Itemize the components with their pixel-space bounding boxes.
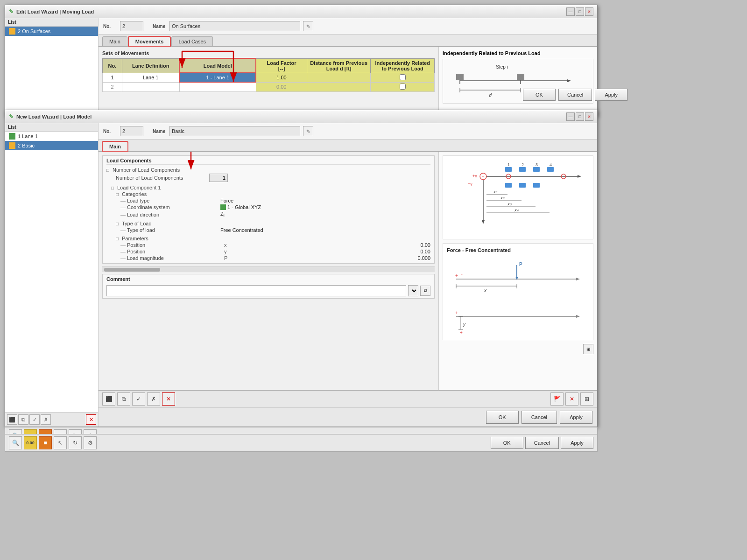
expand-toggle-cat[interactable]: □ <box>116 192 120 197</box>
comment-dropdown[interactable] <box>408 285 418 296</box>
app-container: ✎ Edit Load Wizard | Moving Load — □ ✕ L… <box>0 0 747 560</box>
cell-no-2: 2 <box>103 82 122 91</box>
table-row[interactable]: 2 0.00 <box>103 82 435 91</box>
tab-movements[interactable]: Movements <box>128 36 171 46</box>
position-x-row: — Position x 0.00 <box>120 242 430 248</box>
btn1-yellow-box[interactable]: ■ <box>39 436 52 449</box>
sidebar-item-basic[interactable]: 2 Basic <box>5 141 98 150</box>
tab-main-1[interactable]: Main <box>102 36 127 46</box>
name-input-2[interactable] <box>169 126 300 136</box>
sidebar-1: List 2 On Surfaces <box>5 18 99 116</box>
axle-svg: 1 2 3 4 +x <box>447 160 587 234</box>
expand-toggle-param[interactable]: □ <box>116 236 120 241</box>
no-input-2[interactable] <box>120 126 143 136</box>
cell-model-1[interactable]: 1 - Lane 1 <box>179 73 256 82</box>
cancel-btn-1[interactable]: Cancel <box>558 89 592 101</box>
num-components-input[interactable] <box>209 174 228 182</box>
num-components-row: Number of Load Components <box>116 173 430 182</box>
sidebar-item-on-surfaces[interactable]: 2 On Surfaces <box>5 27 98 36</box>
svg-marker-52 <box>576 278 580 280</box>
ok-btn-1b[interactable]: OK <box>491 437 523 449</box>
cancel-btn-2[interactable]: Cancel <box>521 411 557 424</box>
expand-toggle-type[interactable]: □ <box>116 221 120 226</box>
bt-red-x-btn[interactable]: ✕ <box>565 392 578 406</box>
content-left-1: Sets of Movements No. Lane Definition Lo… <box>99 47 438 116</box>
ok-btn-1[interactable]: OK <box>523 89 556 101</box>
bottom-toolbar-1-outer: 🔍 0.00 ■ ↖ ↻ ⚙ OK Cancel Apply <box>5 434 598 452</box>
svg-text:+: + <box>455 310 458 315</box>
name-input-1[interactable] <box>169 21 300 31</box>
scroll-thumb[interactable] <box>104 268 160 272</box>
pos-y-sub: y <box>224 249 227 254</box>
name-edit-btn-2[interactable]: ✎ <box>303 126 313 136</box>
expand-toggle-num[interactable]: □ <box>106 168 111 173</box>
svg-marker-29 <box>578 175 581 178</box>
load-mag-value: 0.000 <box>417 255 430 261</box>
btn1-value[interactable]: 0.00 <box>24 436 37 449</box>
no-label-1: No. <box>103 24 117 29</box>
no-input-1[interactable] <box>120 21 143 31</box>
comment-copy-btn[interactable]: ⧉ <box>420 286 430 296</box>
bt-delete-btn[interactable]: ✕ <box>162 392 175 406</box>
apply-btn-1b[interactable]: Apply <box>561 437 593 449</box>
bt-flag-btn[interactable]: 🚩 <box>550 392 564 406</box>
svg-text:x₁: x₁ <box>493 189 498 194</box>
bt-grid-btn[interactable]: ⊞ <box>580 392 593 406</box>
btn1-rotate[interactable]: ↻ <box>69 436 82 449</box>
cell-factor-1: 1.00 <box>256 73 307 82</box>
table-row[interactable]: 1 Lane 1 1 - Lane 1 1.00 <box>103 73 435 82</box>
apply-btn-2[interactable]: Apply <box>560 411 592 424</box>
minimize-btn-1[interactable]: — <box>566 7 575 16</box>
bt-cross-btn[interactable]: ✗ <box>147 392 160 406</box>
load-type-row: — Load type Force <box>120 197 430 204</box>
indep-check-2[interactable] <box>400 84 406 90</box>
cell-no-1: 1 <box>103 73 122 82</box>
copy-btn-2[interactable]: ⧉ <box>18 414 28 425</box>
apply-btn-1[interactable]: Apply <box>595 89 627 101</box>
cross-btn-2[interactable]: ✗ <box>41 414 51 425</box>
svg-rect-35 <box>505 183 512 188</box>
sidebar-2-footer: ⬛ ⧉ ✓ ✗ ✕ <box>5 412 98 427</box>
tabs-row-1: Main Movements Load Cases <box>99 35 597 47</box>
bt-check-btn[interactable]: ✓ <box>132 392 145 406</box>
minimize-btn-2[interactable]: — <box>566 112 575 121</box>
svg-text:4: 4 <box>550 162 552 167</box>
scroll-horizontal[interactable] <box>102 266 435 272</box>
btn1-cursor[interactable]: ↖ <box>54 436 67 449</box>
coord-sys-value: 1 - Global XYZ <box>227 204 261 210</box>
name-edit-btn-1[interactable]: ✎ <box>303 21 313 31</box>
add-btn-2[interactable]: ⬛ <box>7 414 17 425</box>
tab-load-cases[interactable]: Load Cases <box>171 36 213 46</box>
check-btn-2[interactable]: ✓ <box>29 414 40 425</box>
comment-input[interactable] <box>106 285 406 296</box>
cancel-btn-1b[interactable]: Cancel <box>525 437 559 449</box>
diagram-action-btn[interactable]: ⊞ <box>583 344 593 354</box>
sidebar-item-lane1[interactable]: 1 Lane 1 <box>5 132 98 141</box>
cell-indep-1 <box>371 73 435 82</box>
parameters-group: □ Parameters <box>116 235 430 242</box>
svg-text:2: 2 <box>521 162 524 167</box>
title-bar-2: ✎ New Load Wizard | Load Model — □ ✕ <box>5 110 597 123</box>
cell-lane-2 <box>122 82 179 91</box>
col-indep: Independently Related to Previous Load <box>371 58 435 73</box>
close-btn-1[interactable]: ✕ <box>585 7 593 16</box>
btn1-settings[interactable]: ⚙ <box>84 436 97 449</box>
close-btn-2[interactable]: ✕ <box>585 112 593 121</box>
force-diagram-title: Force - Free Concentrated <box>447 247 589 253</box>
maximize-btn-2[interactable]: □ <box>576 112 584 121</box>
bt-new-btn[interactable]: ⬛ <box>102 392 115 406</box>
movements-table: No. Lane Definition Load Model Load Fact… <box>102 58 435 92</box>
type-of-load-label: Type of Load <box>122 221 215 226</box>
expand-toggle-comp1[interactable]: □ <box>111 185 116 190</box>
tab-main-2[interactable]: Main <box>102 141 128 151</box>
btn1-search[interactable]: 🔍 <box>9 436 22 449</box>
bt-copy-btn[interactable]: ⧉ <box>117 392 130 406</box>
maximize-btn-1[interactable]: □ <box>576 7 584 16</box>
ok-btn-2[interactable]: OK <box>486 411 519 424</box>
col-no: No. <box>103 58 122 73</box>
num-components-group: □ Number of Load Components <box>106 167 430 173</box>
cell-dist-1 <box>307 73 371 82</box>
delete-btn-2[interactable]: ✕ <box>86 414 96 425</box>
indep-check-1[interactable] <box>400 74 406 80</box>
type-value: Free Concentrated <box>220 227 263 233</box>
